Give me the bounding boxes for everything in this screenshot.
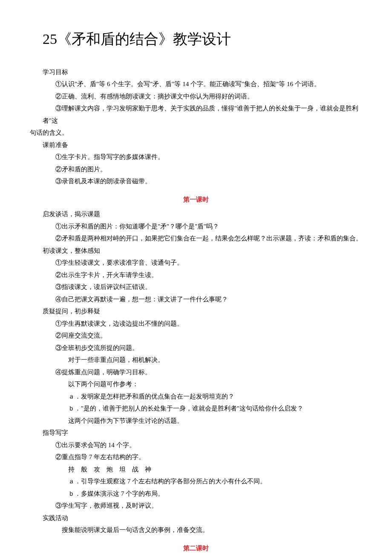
l1-section-heading: 质疑提问，初步释疑 (30, 305, 362, 318)
l1-subitem: ａ．引导学生观察这 7 个左右结构的字各部分所占的大小有什么不同。 (30, 475, 362, 488)
l1-section-heading: 指导写字 (30, 427, 362, 439)
objective-tail: 句话的含义。 (30, 127, 362, 139)
l1-item: ①学生再默读课文，边读边提出不懂的问题。 (30, 318, 362, 330)
document-title: 25《矛和盾的结合》教学设计 (43, 26, 362, 53)
l1-section-heading: 初读课文，整体感知 (30, 245, 362, 257)
l1-item: ①出示矛和盾的图片：你知道哪个是"矛"？哪个是"盾"吗？ (30, 220, 362, 233)
l1-item: ④提炼重点问题，明确学习目标。 (30, 366, 362, 379)
l1-subitem: 这两个问题作为下节课学生讨论的话题。 (30, 415, 362, 427)
l1-section-heading: 启发谈话，揭示课题 (30, 208, 362, 220)
l1-item: 搜集能说明课文最后一句话含义的事例，准备交流。 (30, 524, 362, 536)
prep-heading: 课前准备 (30, 139, 362, 151)
objectives-heading: 学习目标 (30, 66, 362, 78)
l1-item: ①学生轻读课文，要求读准字音、读通句子。 (30, 257, 362, 269)
l1-chars: 持 般 攻 炮 坦 战 神 (30, 463, 362, 476)
l1-subitem: ａ．发明家是怎样把矛和盾的优点集合在一起发明坦克的？ (30, 390, 362, 403)
l1-subitem: 对于一些非重点问题，相机解决。 (30, 354, 362, 366)
l1-subitem: ｂ．"是的，谁善于把别人的长处集于一身，谁就会是胜利者"这句话给你什么启发？ (30, 402, 362, 415)
l1-item: ②矛和盾是两种相对峙的开口，如果把它们集合在一起，结果会怎么样呢？出示课题，齐读… (30, 232, 362, 245)
l1-item: ③学生写字，教师巡视，及时评议。 (30, 500, 362, 512)
l1-subitem: ｂ．多媒体演示这 7 个字的布局。 (30, 488, 362, 500)
l1-item: ③指读课文，读后评议纠正错误。 (30, 281, 362, 293)
l1-item: ②同座交流交流。 (30, 330, 362, 342)
l1-subitem: 以下两个问题可作参考： (30, 378, 362, 390)
objective-item: ③理解课文内容，学习发明家勤于思考、关于实践的品质，懂得"谁善于把人的长处集于一… (30, 102, 362, 127)
lesson-1-title: 第一课时 (30, 194, 362, 206)
l1-section-heading: 实践活动 (30, 512, 362, 524)
l1-item: ③全班初步交流所提的问题。 (30, 342, 362, 354)
l1-item: ①出示要求会写的 14 个字。 (30, 439, 362, 451)
lesson-2-title: 第二课时 (30, 542, 362, 555)
l1-item: ④自己把课文再默读一遍，想一想：课文讲了一件什么事呢？ (30, 293, 362, 306)
l1-item: ②出示生字卡片，开火车请学生读。 (30, 269, 362, 281)
objective-item: ②正确、流利、有感情地朗读课文：摘抄课文中你认为用得好的词语。 (30, 90, 362, 103)
prep-item: ③录音机及本课的朗读录音磁带。 (30, 175, 362, 188)
prep-item: ①生字卡片。指导写字的多媒体课件。 (30, 151, 362, 163)
l1-item: ②重点指导 7 年左右结构的字。 (30, 451, 362, 463)
objective-item: ①认识"矛、盾"等 6 个生字。会写"矛、盾"等 14 个字。能正确读写"集合、… (30, 78, 362, 90)
prep-item: ②矛和盾的图片。 (30, 163, 362, 176)
